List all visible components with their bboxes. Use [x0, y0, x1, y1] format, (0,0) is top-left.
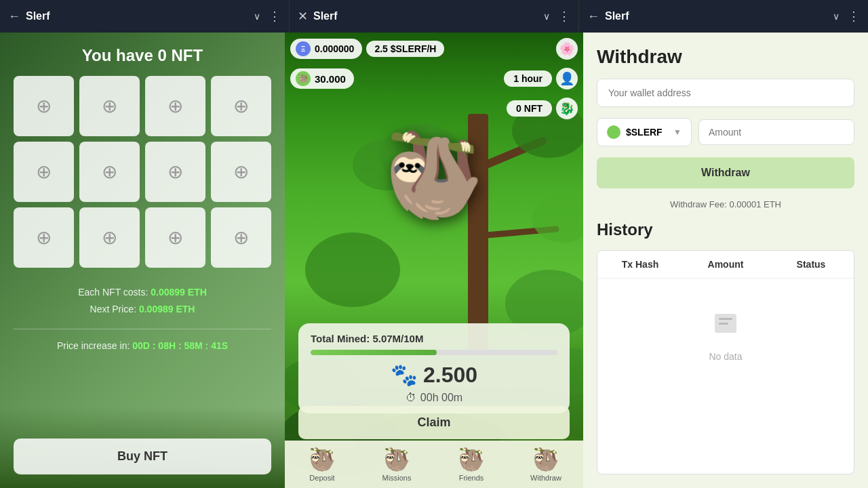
amount-input[interactable] — [698, 119, 854, 145]
buy-nft-button[interactable]: Buy NFT — [14, 439, 271, 474]
price-increase-label: Price increase in: — [57, 340, 130, 351]
sloth-coin-icon: 🐾 — [391, 362, 418, 388]
main-content: You have 0 NFT ⊕ ⊕ ⊕ ⊕ ⊕ ⊕ ⊕ ⊕ ⊕ ⊕ ⊕ ⊕ E… — [0, 33, 868, 488]
time-badge: 1 hour — [504, 70, 552, 87]
missions-label: Missions — [382, 474, 412, 482]
nft-slot-7[interactable]: ⊕ — [145, 142, 205, 202]
nav-friends[interactable]: 🦥 Friends — [434, 441, 509, 488]
withdraw-nav-icon: 🦥 — [532, 447, 559, 472]
chevron-center[interactable]: ∨ — [543, 11, 550, 22]
back-icon-right[interactable]: ← — [587, 9, 599, 24]
eth-balance-value: 0.000000 — [315, 43, 354, 54]
add-nft-icon-8: ⊕ — [233, 161, 249, 183]
mining-progress-bar — [311, 350, 557, 355]
add-nft-icon-4: ⊕ — [233, 95, 249, 117]
menu-center[interactable]: ⋮ — [558, 9, 570, 24]
col-status: Status — [768, 251, 854, 278]
withdraw-nav-label: Withdraw — [530, 474, 561, 482]
next-price-label: Next Price: — [90, 304, 136, 314]
mine-amount-display: 🐾 2.500 — [311, 362, 557, 388]
nav-missions[interactable]: 🦥 Missions — [359, 441, 434, 488]
withdraw-panel: Withdraw $SLERF ▼ Withdraw Withdraw Fee:… — [583, 33, 868, 488]
nft-slot-2[interactable]: ⊕ — [79, 76, 140, 136]
wallet-address-input[interactable] — [597, 79, 854, 107]
withdraw-button[interactable]: Withdraw — [597, 157, 854, 188]
add-nft-icon-5: ⊕ — [36, 161, 52, 183]
chevron-right[interactable]: ∨ — [833, 11, 840, 22]
nft-slot-4[interactable]: ⊕ — [211, 76, 271, 136]
withdraw-fee-text: Withdraw Fee: 0.00001 ETH — [597, 199, 854, 209]
col-tx-hash: Tx Hash — [597, 251, 683, 278]
token-name-label: $SLERF — [626, 127, 663, 138]
deposit-icon: 🦥 — [309, 447, 336, 472]
svg-rect-17 — [719, 323, 728, 325]
add-nft-icon-6: ⊕ — [102, 161, 117, 183]
withdraw-title: Withdraw — [597, 46, 854, 68]
menu-right[interactable]: ⋮ — [848, 9, 860, 24]
eth-balance-badge: Ξ 0.000000 — [290, 39, 362, 59]
add-nft-icon-10: ⊕ — [102, 226, 117, 249]
user-avatar-icon[interactable]: 👤 — [556, 68, 578, 89]
bottom-nav: 🦥 Deposit 🦥 Missions 🦥 Friends 🦥 Withdra… — [285, 441, 583, 488]
nft-slot-3[interactable]: ⊕ — [145, 76, 205, 136]
token-balance-badge: 🦥 30.000 — [290, 68, 354, 89]
back-icon-left[interactable]: ← — [8, 9, 20, 24]
nft-slot-5[interactable]: ⊕ — [14, 142, 74, 202]
deposit-label: Deposit — [309, 474, 334, 482]
sloth-icon-token: 🦥 — [296, 71, 311, 86]
svg-rect-16 — [719, 318, 732, 320]
friends-icon: 🦥 — [458, 447, 485, 472]
nft-slot-1[interactable]: ⊕ — [14, 76, 74, 136]
no-data-label: No data — [709, 351, 742, 362]
claim-button[interactable]: Claim — [298, 406, 570, 439]
nft-grid: ⊕ ⊕ ⊕ ⊕ ⊕ ⊕ ⊕ ⊕ ⊕ ⊕ ⊕ ⊕ — [14, 76, 271, 268]
history-table-header: Tx Hash Amount Status — [597, 251, 854, 279]
mine-timer-display: ⏱ 00h 00m — [311, 392, 557, 404]
each-nft-cost-value: 0.00899 ETH — [151, 287, 207, 298]
nft-slot-10[interactable]: ⊕ — [79, 207, 140, 268]
timer-icon: ⏱ — [406, 392, 416, 404]
slerf-token-icon — [607, 125, 620, 139]
token-selector[interactable]: $SLERF ▼ — [597, 118, 692, 146]
dragon-icon[interactable]: 🐉 — [556, 98, 578, 119]
nft-panel: You have 0 NFT ⊕ ⊕ ⊕ ⊕ ⊕ ⊕ ⊕ ⊕ ⊕ ⊕ ⊕ ⊕ E… — [0, 33, 285, 488]
mine-amount-value: 2.500 — [423, 363, 477, 388]
token-dropdown-chevron: ▼ — [673, 127, 682, 137]
top-stats-bar: Ξ 0.000000 2.5 $SLERF/H 🌸 — [290, 38, 578, 60]
add-nft-icon-3: ⊕ — [167, 95, 183, 117]
nav-withdraw[interactable]: 🦥 Withdraw — [509, 441, 583, 488]
add-nft-icon-11: ⊕ — [167, 226, 183, 249]
friends-label: Friends — [459, 474, 484, 482]
no-data-icon — [709, 306, 742, 344]
next-price-value: 0.00989 ETH — [139, 304, 195, 314]
mine-timer-value: 00h 00m — [420, 392, 462, 404]
nft-slot-9[interactable]: ⊕ — [14, 207, 74, 268]
mining-progress-fill — [311, 350, 437, 355]
chevron-left[interactable]: ∨ — [254, 11, 260, 22]
nft-slot-6[interactable]: ⊕ — [79, 142, 140, 202]
nav-bars: ← Slerf ∨ ⋮ ✕ Slerf ∨ ⋮ ← Slerf ∨ ⋮ — [0, 0, 868, 33]
second-stats-bar: 🦥 30.000 1 hour 👤 — [290, 68, 578, 89]
nav-title-center: Slerf — [313, 10, 538, 22]
nav-deposit[interactable]: 🦥 Deposit — [285, 441, 359, 488]
mine-info-box: Total Mined: 5.07M/10M 🐾 2.500 ⏱ 00h 00m — [298, 323, 570, 413]
no-data-area: No data — [597, 279, 854, 389]
history-table: Tx Hash Amount Status No data — [597, 250, 854, 474]
sloth-character: 🦥 — [383, 134, 485, 216]
nft-count-title: You have 0 NFT — [82, 46, 203, 65]
nft-slot-11[interactable]: ⊕ — [145, 207, 205, 268]
token-balance-value: 30.000 — [315, 73, 346, 85]
nft-slot-8[interactable]: ⊕ — [211, 142, 271, 202]
add-nft-icon-2: ⊕ — [102, 95, 117, 117]
add-nft-icon-7: ⊕ — [167, 161, 183, 183]
add-nft-icon-12: ⊕ — [233, 226, 249, 249]
nft-count-bar: 0 NFT 🐉 — [507, 98, 578, 119]
close-icon-center[interactable]: ✕ — [298, 9, 308, 24]
price-increase-row: Price increase in: 00D : 08H : 58M : 41S — [57, 340, 228, 351]
nft-info: Each NFT costs: 0.00899 ETH Next Price: … — [78, 284, 207, 318]
flower-icon[interactable]: 🌸 — [556, 38, 578, 60]
divider — [14, 329, 271, 329]
nft-slot-12[interactable]: ⊕ — [211, 207, 271, 268]
menu-left[interactable]: ⋮ — [269, 9, 281, 24]
add-nft-icon-9: ⊕ — [36, 226, 52, 249]
